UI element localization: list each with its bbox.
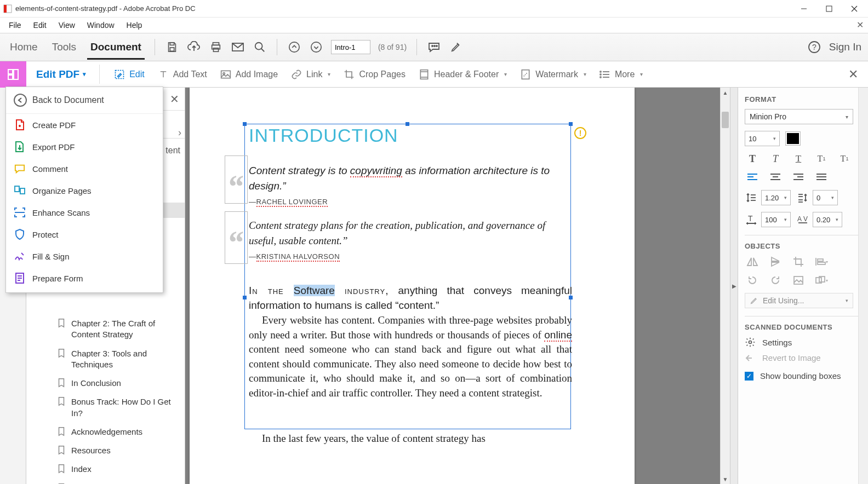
expand-right-panel-handle[interactable]: ▶ — [730, 88, 738, 484]
subscript-icon[interactable]: T1 — [838, 153, 851, 165]
tool-comment[interactable]: Comment — [6, 158, 163, 180]
minimize-button[interactable] — [791, 1, 816, 17]
svg-rect-42 — [20, 188, 25, 194]
menu-edit[interactable]: Edit — [28, 19, 52, 31]
edit-tool-header-footer[interactable]: Header & Footer▾ — [412, 69, 513, 80]
close-nav-panel-button[interactable]: ✕ — [170, 93, 179, 106]
warning-icon[interactable]: ! — [574, 127, 586, 139]
svg-rect-10 — [213, 48, 218, 51]
maximize-button[interactable] — [816, 1, 842, 17]
bookmark-item[interactable]: Bonus Track: How Do I Get In? — [26, 393, 185, 423]
navigation-panel: ✕ › tent Back to Document Create PDF Exp… — [26, 88, 185, 484]
bookmark-icon — [57, 427, 66, 436]
comment-icon[interactable] — [427, 40, 441, 54]
bookmark-icon — [57, 464, 66, 474]
underline-icon[interactable]: T — [792, 153, 805, 165]
align-left-icon[interactable] — [746, 171, 759, 183]
tab-tools[interactable]: Tools — [49, 34, 79, 60]
close-edit-toolbar-button[interactable]: ✕ — [838, 67, 868, 82]
bookmark-item[interactable]: In Conclusion — [26, 374, 185, 393]
pdf-page[interactable]: ! INTRODUCTION “ Content strategy is to … — [190, 88, 635, 484]
page-up-icon[interactable] — [287, 40, 301, 54]
edit-pdf-dropdown[interactable]: Edit PDF▾ — [26, 68, 96, 80]
tool-fill-sign[interactable]: Fill & Sign — [6, 245, 163, 267]
paragraph-spacing-icon — [796, 192, 809, 204]
print-icon[interactable] — [209, 40, 223, 54]
bold-icon[interactable]: T — [746, 153, 759, 165]
horizontal-scale-input[interactable]: 100▾ — [761, 212, 791, 227]
cloud-upload-icon[interactable] — [187, 40, 201, 54]
menu-file[interactable]: File — [3, 19, 27, 31]
scrollbar-thumb[interactable] — [722, 112, 729, 128]
checkbox-checked-icon: ✓ — [745, 372, 753, 381]
edit-pdf-icon[interactable] — [0, 61, 26, 88]
italic-icon[interactable]: T — [769, 153, 782, 165]
edit-tool-watermark[interactable]: Watermark▾ — [513, 69, 593, 80]
svg-rect-6 — [170, 43, 174, 45]
line-spacing-icon — [745, 192, 758, 204]
tool-export-pdf[interactable]: Export PDF — [6, 136, 163, 158]
bookmark-item[interactable]: Index — [26, 460, 185, 479]
menu-view[interactable]: View — [53, 19, 81, 31]
character-spacing-input[interactable]: 0.20▾ — [813, 212, 842, 227]
tab-document[interactable]: Document — [87, 34, 145, 60]
edit-tool-more[interactable]: More▾ — [593, 69, 649, 80]
font-size-input[interactable]: 10▾ — [745, 131, 780, 146]
line-spacing-input[interactable]: 1.20▾ — [761, 190, 791, 205]
scroll-up-icon[interactable]: ▲ — [721, 88, 730, 97]
tool-create-pdf[interactable]: Create PDF — [6, 114, 163, 136]
tool-organize-pages[interactable]: Organize Pages — [6, 180, 163, 201]
save-icon[interactable] — [165, 40, 179, 54]
tool-protect[interactable]: Protect — [6, 223, 163, 245]
tab-home[interactable]: Home — [7, 34, 41, 60]
paragraph-spacing-input[interactable]: 0▾ — [813, 190, 838, 205]
back-to-document-button[interactable]: Back to Document — [6, 87, 163, 114]
document-viewport[interactable]: ! INTRODUCTION “ Content strategy is to … — [185, 88, 730, 484]
app-icon — [3, 4, 12, 13]
edit-tool-link[interactable]: Link▾ — [284, 69, 337, 80]
bookmark-item[interactable]: Resources — [26, 441, 185, 460]
help-icon[interactable]: ? — [807, 40, 821, 54]
close-window-button[interactable] — [842, 1, 867, 17]
edit-tool-crop[interactable]: Crop Pages — [337, 69, 412, 80]
email-icon[interactable] — [231, 40, 245, 54]
edit-tool-edit[interactable]: Edit — [107, 69, 151, 80]
align-justify-icon[interactable] — [815, 171, 828, 183]
bookmark-item[interactable]: Acknowledgements — [26, 423, 185, 441]
chevron-right-icon[interactable]: › — [178, 127, 181, 139]
tool-enhance-scans[interactable]: Enhance Scans — [6, 201, 163, 223]
align-center-icon[interactable] — [769, 171, 782, 183]
bookmark-item[interactable]: Chapter 3: Tools and Techniques — [26, 344, 185, 374]
edit-tool-add-text[interactable]: Add Text — [151, 69, 214, 80]
page-down-icon[interactable] — [309, 40, 323, 54]
separator — [277, 39, 277, 55]
bookmark-item[interactable]: About A Book Apart — [26, 479, 185, 485]
menu-window[interactable]: Window — [82, 19, 120, 31]
search-icon[interactable] — [253, 40, 267, 54]
bookmark-item[interactable]: Chapter 2: The Craft of Content Strategy — [26, 314, 185, 344]
crop-object-icon — [792, 256, 805, 268]
settings-button[interactable]: Settings — [745, 337, 861, 348]
svg-rect-3 — [826, 6, 832, 11]
menu-help[interactable]: Help — [121, 19, 148, 31]
page-number-input[interactable] — [331, 40, 370, 54]
svg-point-34 — [600, 71, 601, 72]
edit-tool-add-image[interactable]: Add Image — [214, 69, 284, 80]
vertical-scrollbar[interactable]: ▲ ▼ — [720, 88, 730, 484]
close-document-button[interactable]: ✕ — [856, 20, 864, 30]
tool-prepare-form[interactable]: Prepare Form — [6, 267, 163, 289]
highlighter-icon[interactable] — [449, 40, 463, 54]
flip-vertical-icon — [769, 256, 782, 268]
align-objects-icon: ▾ — [815, 256, 828, 268]
replace-image-icon — [792, 274, 805, 286]
revert-to-image-button: Revert to Image — [745, 353, 861, 362]
quote-author: —KRISTINA HALVORSON — [249, 252, 569, 261]
svg-point-12 — [255, 43, 262, 50]
show-bounding-boxes-checkbox[interactable]: ✓ Show bounding boxes — [745, 371, 861, 381]
sign-in-link[interactable]: Sign In — [829, 41, 861, 53]
scroll-down-icon[interactable]: ▼ — [721, 474, 730, 484]
font-family-select[interactable]: Minion Pro▾ — [745, 109, 853, 124]
font-color-picker[interactable] — [785, 131, 801, 146]
superscript-icon[interactable]: T1 — [815, 153, 828, 165]
align-right-icon[interactable] — [792, 171, 805, 183]
